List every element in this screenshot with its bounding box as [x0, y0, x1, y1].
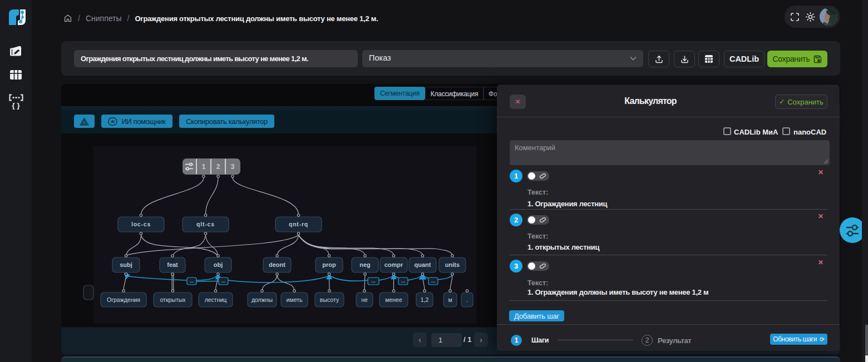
- svg-text:{: {: [12, 101, 15, 110]
- svg-text:высоту: высоту: [320, 296, 339, 303]
- svg-text:не: не: [361, 296, 368, 303]
- svg-text:compr: compr: [384, 261, 403, 268]
- svg-text:иметь: иметь: [287, 296, 303, 303]
- svg-text:}: }: [17, 101, 20, 110]
- svg-text:открытых: открытых: [160, 296, 186, 303]
- svg-text:...: ...: [371, 278, 376, 284]
- svg-text:менее: менее: [385, 296, 402, 303]
- svg-text:...: ...: [401, 278, 406, 284]
- svg-text:feat: feat: [167, 261, 178, 268]
- svg-text:3: 3: [231, 163, 235, 171]
- svg-text:subj: subj: [120, 261, 132, 268]
- svg-text:...: ...: [190, 278, 194, 284]
- svg-text:2: 2: [216, 163, 220, 171]
- svg-text:prop: prop: [322, 261, 336, 268]
- svg-text:лестниц: лестниц: [205, 296, 227, 303]
- svg-text:quant: quant: [415, 261, 431, 268]
- svg-text:...: ...: [221, 278, 226, 284]
- svg-text:qnt-rq: qnt-rq: [289, 221, 308, 227]
- svg-text:loc-cs: loc-cs: [131, 221, 151, 227]
- svg-text:должны: должны: [251, 296, 273, 303]
- svg-text:neg: neg: [359, 261, 371, 268]
- svg-text:deont: deont: [269, 261, 285, 268]
- svg-text:qlt-cs: qlt-cs: [196, 221, 215, 227]
- svg-text:1,2: 1,2: [421, 296, 429, 303]
- svg-text:...: ...: [431, 278, 436, 284]
- svg-text:units: units: [445, 261, 460, 268]
- svg-text:obj: obj: [214, 261, 223, 268]
- svg-text:.: .: [466, 296, 468, 303]
- svg-text:Ограждения: Ограждения: [107, 296, 140, 303]
- svg-text:м: м: [448, 296, 452, 303]
- svg-text:AI: AI: [111, 119, 115, 124]
- svg-text:1: 1: [202, 163, 206, 171]
